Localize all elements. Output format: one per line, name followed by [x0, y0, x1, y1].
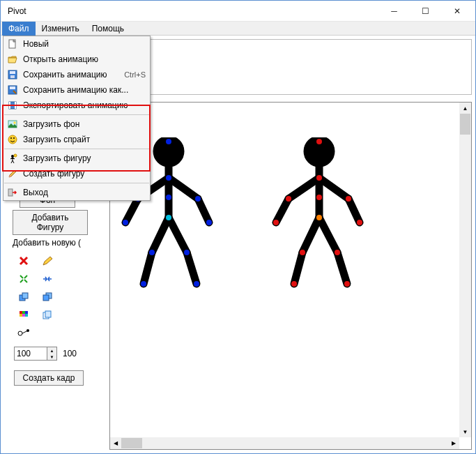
- svg-line-36: [198, 199, 209, 222]
- canvas[interactable]: [110, 103, 459, 437]
- tool-grid: [14, 252, 93, 342]
- file-menu-dropdown: Новый Открыть анимацию Сохранить анимаци…: [3, 36, 151, 201]
- tool-color[interactable]: [15, 308, 32, 323]
- svg-point-13: [13, 137, 15, 139]
- svg-rect-22: [22, 311, 25, 314]
- svg-point-52: [194, 281, 199, 287]
- svg-line-56: [276, 199, 289, 222]
- scale-spinner[interactable]: ▲▼: [47, 347, 57, 361]
- svg-point-47: [195, 196, 201, 202]
- menu-item-create-figure[interactable]: Создать фигуру: [3, 166, 150, 181]
- tool-flip-h[interactable]: [39, 271, 56, 287]
- menu-edit[interactable]: Изменить: [36, 22, 86, 36]
- scrollbar-horizontal[interactable]: ◀ ▶: [110, 437, 459, 449]
- maximize-button[interactable]: ☐: [410, 1, 441, 21]
- tool-empty: [63, 289, 79, 305]
- tool-center[interactable]: [15, 271, 32, 287]
- side-panel: Фон Добавить Фигуру Добавить новую ( ▲▼ …: [13, 192, 95, 386]
- svg-rect-24: [20, 314, 22, 317]
- menu-separator: [4, 114, 149, 115]
- menu-item-label: Выход: [23, 188, 146, 197]
- menu-item-label: Сохранить анимацию как...: [23, 85, 146, 95]
- svg-rect-28: [45, 311, 51, 317]
- scroll-left-icon[interactable]: ◀: [110, 437, 121, 449]
- menu-item-label: Создать фигуру: [23, 169, 146, 179]
- titlebar: Pivot ─ ☐ ✕: [1, 1, 475, 22]
- create-frame-button[interactable]: Создать кадр: [14, 370, 84, 386]
- scroll-thumb[interactable]: [460, 114, 470, 135]
- svg-point-29: [18, 331, 22, 335]
- menu-item-save[interactable]: Сохранить анимацию Ctrl+S: [3, 67, 150, 82]
- stick-figure-red[interactable]: [268, 137, 365, 291]
- tool-raise[interactable]: [15, 289, 32, 305]
- svg-rect-5: [10, 86, 15, 89]
- menu-item-label: Загрузить фигуру: [23, 153, 146, 163]
- svg-rect-8: [15, 102, 16, 109]
- svg-point-12: [10, 137, 12, 139]
- disk-edit-icon: [6, 84, 19, 96]
- svg-point-65: [316, 195, 322, 200]
- menu-item-new[interactable]: Новый: [3, 36, 150, 52]
- menu-item-load-bg[interactable]: Загрузить фон: [3, 116, 150, 132]
- svg-point-49: [149, 250, 155, 255]
- add-figure-button[interactable]: Добавить Фигуру: [13, 210, 88, 235]
- menu-item-save-as[interactable]: Сохранить анимацию как...: [3, 82, 150, 98]
- scroll-right-icon[interactable]: ▶: [448, 437, 459, 449]
- scroll-up-icon[interactable]: ▲: [459, 103, 471, 114]
- svg-point-30: [26, 329, 29, 332]
- menu-item-open[interactable]: Открыть анимацию: [3, 52, 150, 67]
- window-title: Pivot: [8, 6, 378, 16]
- svg-point-42: [166, 175, 171, 181]
- folder-open-icon: [6, 54, 19, 65]
- person-icon: [6, 153, 19, 164]
- menu-help[interactable]: Помощь: [86, 22, 130, 36]
- tool-joint[interactable]: [15, 326, 32, 341]
- svg-point-66: [316, 215, 322, 220]
- add-new-label: Добавить новую (: [13, 238, 95, 248]
- svg-rect-3: [10, 75, 15, 78]
- svg-line-61: [319, 218, 337, 252]
- scroll-thumb[interactable]: [121, 438, 142, 448]
- svg-point-67: [286, 196, 291, 202]
- tool-empty: [63, 253, 79, 268]
- svg-point-11: [8, 135, 17, 144]
- menu-item-load-figure[interactable]: Загрузить фигуру: [3, 151, 150, 166]
- menu-item-label: Загрузить фон: [23, 119, 146, 129]
- svg-point-71: [300, 250, 305, 255]
- svg-point-43: [166, 195, 171, 200]
- pencil-icon: [6, 168, 19, 179]
- scrollbar-vertical[interactable]: ▲ ▼: [459, 103, 471, 437]
- menu-item-exit[interactable]: Выход: [3, 185, 150, 200]
- tool-delete[interactable]: [15, 253, 32, 268]
- svg-point-72: [291, 281, 297, 287]
- film-export-icon: [6, 100, 19, 111]
- smiley-icon: [6, 134, 19, 145]
- menu-item-export[interactable]: Экспортировать анимацию: [3, 98, 150, 113]
- svg-rect-23: [25, 311, 28, 314]
- minimize-button[interactable]: ─: [378, 1, 410, 21]
- svg-point-68: [273, 220, 279, 225]
- svg-point-10: [13, 121, 16, 124]
- svg-line-35: [169, 178, 198, 199]
- close-button[interactable]: ✕: [441, 1, 473, 21]
- scale-input[interactable]: [14, 347, 47, 361]
- menu-separator: [4, 149, 149, 149]
- landscape-icon: [6, 119, 19, 130]
- svg-point-63: [316, 139, 322, 144]
- scroll-down-icon[interactable]: ▼: [459, 426, 471, 437]
- file-new-icon: [6, 38, 19, 50]
- menu-file[interactable]: Файл: [2, 22, 36, 36]
- menu-item-label: Экспортировать анимацию: [23, 100, 146, 110]
- canvas-frame: ▲ ▼ ◀ ▶: [109, 102, 472, 450]
- svg-point-41: [166, 139, 171, 144]
- svg-line-38: [144, 252, 152, 284]
- menu-item-label: Новый: [23, 39, 146, 49]
- svg-line-57: [319, 178, 348, 199]
- menu-item-load-sprite[interactable]: Загрузить спрайт: [3, 132, 150, 147]
- tool-duplicate[interactable]: [39, 308, 56, 323]
- svg-point-46: [123, 220, 128, 225]
- tool-lower[interactable]: [39, 289, 56, 305]
- svg-line-40: [187, 252, 197, 284]
- tool-edit[interactable]: [39, 253, 56, 268]
- svg-line-34: [125, 199, 138, 222]
